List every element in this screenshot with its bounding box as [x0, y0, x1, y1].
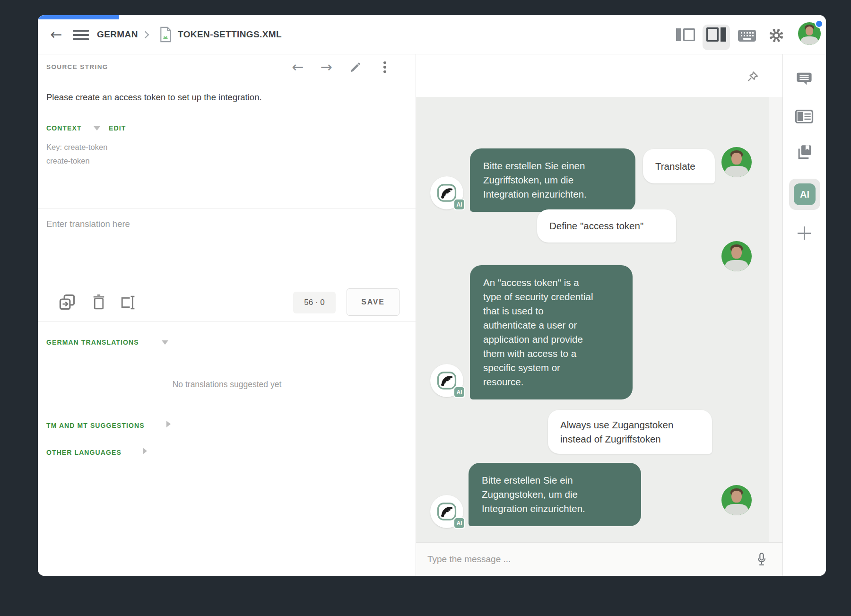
glossary-tab[interactable]: [795, 142, 815, 162]
ai-assistant-avatar: AI: [430, 176, 463, 209]
settings-button[interactable]: [767, 26, 786, 44]
ai-assistant-avatar: AI: [430, 364, 463, 397]
ai-assistant-avatar: AI: [430, 495, 463, 528]
previous-string-button[interactable]: ←: [287, 57, 308, 78]
back-arrow-icon: ←: [50, 27, 62, 42]
pin-chat-button[interactable]: [744, 69, 761, 86]
online-status-dot: [815, 20, 823, 28]
trash-icon: [92, 294, 106, 311]
ai-mini-badge: AI: [453, 517, 465, 529]
previous-arrow-icon: ←: [292, 60, 304, 74]
next-string-button[interactable]: →: [316, 57, 337, 78]
breadcrumb-filename[interactable]: TOKEN-SETTINGS.XML: [178, 29, 282, 40]
select-placeholder-button[interactable]: [117, 293, 138, 312]
text-cursor-icon: [118, 295, 137, 311]
ai-chat-panel: Translate Bitte erstellen Sie einen Zugr…: [416, 54, 782, 576]
menu-icon[interactable]: [73, 30, 89, 40]
clear-translation-button[interactable]: [90, 292, 107, 312]
context-value: create-token: [46, 154, 90, 168]
user-message-avatar: [721, 241, 752, 271]
chat-message-ai: An "access token" is a type of security …: [470, 265, 633, 399]
app-bar: ← GERMAN TOKEN-SETTINGS.XML: [38, 15, 826, 54]
file-progress-bar: [38, 15, 119, 19]
voice-input-button[interactable]: [753, 550, 771, 569]
no-translations-message: No translations suggested yet: [38, 380, 416, 390]
copy-source-icon: [58, 293, 76, 311]
context-edit-button[interactable]: EDIT: [109, 124, 126, 132]
pin-icon: [746, 70, 760, 84]
breadcrumb-chevron-icon: [142, 31, 149, 39]
context-info-tab[interactable]: [794, 107, 815, 125]
layout-side-by-side-button[interactable]: [676, 28, 695, 41]
chat-input-bar: [416, 542, 782, 576]
divider: [38, 208, 416, 209]
source-string-panel: SOURCE STRING ← → Please create an acces…: [38, 54, 416, 576]
gear-icon: [768, 27, 784, 43]
save-button[interactable]: SAVE: [347, 288, 399, 316]
pencil-icon: [349, 61, 362, 73]
more-options-button[interactable]: [376, 60, 393, 75]
chat-message-user: Define "access token": [537, 209, 676, 243]
keyboard-shortcuts-button[interactable]: [737, 27, 757, 43]
file-icon: [159, 25, 172, 46]
chat-message-user: Always use Zugangstoken instead of Zugri…: [548, 410, 712, 454]
user-message-avatar: [721, 147, 752, 177]
divider: [38, 321, 416, 322]
keyboard-icon: [738, 29, 756, 43]
layout-right-panel-button[interactable]: [706, 27, 726, 42]
context-label[interactable]: CONTEXT: [46, 124, 82, 132]
tools-sidebar: AI: [782, 54, 826, 576]
translations-section-header[interactable]: GERMAN TRANSLATIONS: [46, 338, 139, 346]
comments-icon: [796, 70, 813, 87]
chat-message-ai: Bitte erstellen Sie ein Zugangstoken, um…: [469, 463, 641, 526]
source-string-header: SOURCE STRING: [46, 63, 108, 70]
context-key: Key: create-token: [46, 140, 107, 154]
add-tool-button[interactable]: [795, 224, 814, 243]
tm-suggestions-header[interactable]: TM AND MT SUGGESTIONS: [46, 422, 145, 429]
ai-assistant-tab[interactable]: AI: [794, 183, 816, 205]
tm-expand-icon[interactable]: [166, 421, 171, 427]
translation-input[interactable]: [46, 219, 401, 285]
translations-collapse-icon[interactable]: [162, 340, 168, 345]
next-arrow-icon: →: [320, 60, 332, 74]
chat-scrollbar[interactable]: [769, 97, 782, 542]
other-languages-expand-icon[interactable]: [143, 448, 147, 454]
user-message-avatar: [721, 485, 752, 515]
article-card-icon: [795, 109, 814, 124]
chat-message-user: Translate: [643, 149, 715, 183]
context-collapse-icon[interactable]: [94, 126, 100, 130]
copy-source-button[interactable]: [57, 292, 77, 312]
app-window: ← GERMAN TOKEN-SETTINGS.XML: [38, 15, 826, 576]
chat-message-input[interactable]: [427, 551, 721, 567]
ai-mini-badge: AI: [453, 199, 465, 210]
source-string-text: Please create an access token to set up …: [46, 92, 262, 103]
edit-source-button[interactable]: [345, 57, 366, 78]
character-counter: 56 · 0: [293, 292, 336, 313]
comments-tab[interactable]: [794, 69, 814, 89]
breadcrumb-language[interactable]: GERMAN: [97, 29, 138, 40]
ai-mini-badge: AI: [453, 386, 465, 398]
microphone-icon: [755, 552, 768, 568]
back-button[interactable]: ←: [45, 24, 67, 45]
other-languages-header[interactable]: OTHER LANGUAGES: [46, 449, 122, 456]
glossary-book-icon: [796, 143, 814, 161]
chat-message-ai: Bitte erstellen Sie einen Zugriffstoken,…: [470, 148, 635, 212]
